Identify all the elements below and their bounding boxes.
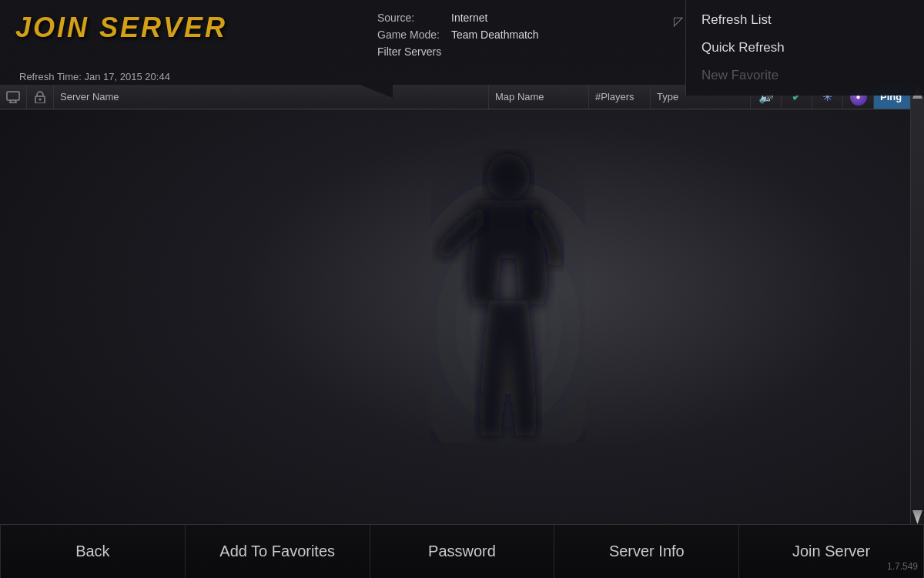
- title-area: JOIN SERVER Refresh Time: Jan 17, 2015 2…: [0, 8, 370, 82]
- col-header-map-name: Map Name: [489, 85, 589, 109]
- game-mode-label: Game Mode:: [377, 29, 447, 41]
- refresh-time-value: Jan 17, 2015 20:44: [85, 71, 170, 82]
- lock-icon: [35, 91, 45, 103]
- server-list-table: Server Name Map Name #Players Type 🔊 ✔ ✳…: [0, 85, 924, 524]
- add-to-favorites-button[interactable]: Add To Favorites: [186, 525, 370, 578]
- refresh-list-label: Refresh List: [701, 12, 772, 28]
- source-label: Source:: [377, 12, 447, 24]
- page-title: JOIN SERVER: [15, 12, 370, 44]
- refresh-time: Refresh Time: Jan 17, 2015 20:44: [19, 71, 370, 82]
- version-badge: 1.7.549: [887, 561, 918, 572]
- quick-refresh-label: Quick Refresh: [701, 40, 785, 55]
- context-menu-new-favorite: New Favorite: [686, 62, 924, 89]
- col-header-server-name: Server Name: [54, 85, 489, 109]
- context-menu: Refresh List Quick Refresh New Favorite: [685, 0, 924, 96]
- context-menu-arrow-icon: ◸: [674, 14, 683, 29]
- server-list-body: [0, 109, 910, 524]
- new-favorite-label: New Favorite: [701, 68, 778, 83]
- context-menu-quick-refresh[interactable]: Quick Refresh: [686, 34, 924, 62]
- source-value: Internet: [451, 12, 487, 24]
- col-header-players: #Players: [589, 85, 651, 109]
- password-button[interactable]: Password: [370, 525, 555, 578]
- svg-rect-2: [7, 92, 19, 100]
- computer-icon: [6, 91, 20, 103]
- col-icon-computer: [0, 85, 27, 109]
- svg-point-7: [39, 98, 42, 100]
- game-mode-value: Team Deathmatch: [451, 29, 539, 41]
- scrollbar[interactable]: [910, 85, 924, 524]
- server-info-button[interactable]: Server Info: [554, 525, 739, 578]
- footer: Back Add To Favorites Password Server In…: [0, 524, 924, 578]
- context-menu-refresh-list[interactable]: Refresh List: [686, 6, 924, 34]
- scrollbar-track: [911, 85, 924, 524]
- refresh-time-label: Refresh Time:: [19, 71, 82, 82]
- col-icon-lock: [27, 85, 54, 109]
- back-button[interactable]: Back: [0, 525, 186, 578]
- scroll-down-button[interactable]: [912, 510, 922, 524]
